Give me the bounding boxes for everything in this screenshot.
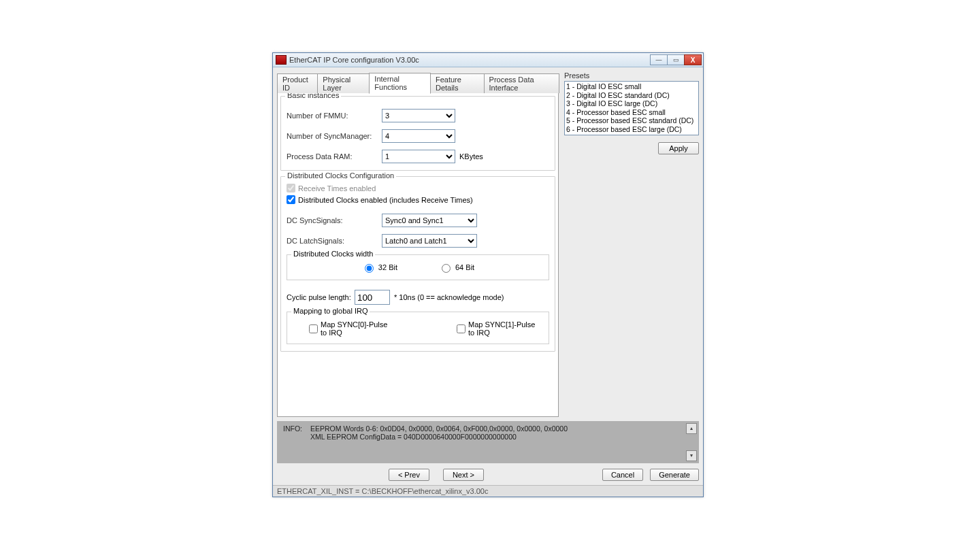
- maximize-button[interactable]: ▭: [667, 54, 685, 65]
- label-cyclic-pulse: Cyclic pulse length:: [287, 293, 355, 301]
- label-receive-times: Receive Times enabled: [298, 184, 376, 193]
- preset-item[interactable]: 2 - Digital IO ESC standard (DC): [566, 91, 697, 100]
- label-process-data-ram: Process Data RAM:: [287, 152, 382, 161]
- label-presets: Presets: [564, 71, 699, 80]
- scroll-down-icon[interactable]: ▾: [686, 450, 697, 461]
- group-basic-instances: Basic instances Number of FMMU: 3 Number…: [280, 96, 555, 171]
- radio-32bit[interactable]: 32 Bit: [361, 262, 397, 273]
- label-dc-enabled: Distributed Clocks enabled (includes Rec…: [298, 196, 473, 204]
- window-title: EtherCAT IP Core configuration V3.00c: [289, 56, 651, 64]
- info-line-1: EEPROM Words 0-6: 0x0D04, 0x0000, 0x0064…: [310, 424, 686, 433]
- legend-irq: Mapping to global IRQ: [291, 307, 370, 315]
- tab-physical-layer[interactable]: Physical Layer: [317, 73, 370, 93]
- label-syncmanager: Number of SyncManager:: [287, 132, 382, 140]
- title-bar: EtherCAT IP Core configuration V3.00c — …: [273, 53, 703, 67]
- radio-64bit[interactable]: 64 Bit: [438, 262, 474, 273]
- app-icon: [276, 55, 287, 65]
- checkbox-receive-times: [287, 184, 295, 193]
- info-line-2: XML EEPROM ConfigData = 040D0000640000F0…: [310, 433, 686, 441]
- select-dc-latch[interactable]: Latch0 and Latch1: [382, 234, 477, 248]
- group-irq-mapping: Mapping to global IRQ Map SYNC[0]-Pulse …: [287, 312, 549, 344]
- preset-item[interactable]: 3 - Digital IO ESC large (DC): [566, 99, 697, 108]
- check-sync0-irq[interactable]: Map SYNC[0]-Pulse to IRQ: [309, 320, 395, 337]
- label-cyclic-suffix: * 10ns (0 == acknowledge mode): [394, 293, 504, 301]
- preset-item[interactable]: 1 - Digital IO ESC small: [566, 82, 697, 91]
- check-receive-times: Receive Times enabled: [287, 184, 549, 193]
- group-dc-config: Distributed Clocks Configuration Receive…: [280, 176, 555, 352]
- checkbox-dc-enabled[interactable]: [287, 195, 295, 204]
- tab-page: Basic instances Number of FMMU: 3 Number…: [277, 93, 559, 417]
- label-dc-latch: DC LatchSignals:: [287, 237, 382, 245]
- presets-panel: Presets 1 - Digital IO ESC small 2 - Dig…: [564, 71, 699, 417]
- generate-button[interactable]: Generate: [650, 469, 699, 481]
- tab-internal-functions[interactable]: Internal Functions: [369, 73, 431, 94]
- check-dc-enabled[interactable]: Distributed Clocks enabled (includes Rec…: [287, 195, 549, 204]
- input-cyclic-pulse[interactable]: [355, 290, 390, 305]
- legend-dc-width: Distributed Clocks width: [291, 250, 375, 258]
- minimize-button[interactable]: —: [650, 54, 668, 65]
- scroll-up-icon[interactable]: ▴: [686, 423, 697, 434]
- check-sync1-irq[interactable]: Map SYNC[1]-Pulse to IRQ: [457, 320, 543, 337]
- select-process-data-ram[interactable]: 1: [382, 150, 455, 163]
- presets-list[interactable]: 1 - Digital IO ESC small 2 - Digital IO …: [564, 81, 699, 135]
- info-panel: INFO: EEPROM Words 0-6: 0x0D04, 0x0000, …: [277, 421, 699, 463]
- next-button[interactable]: Next >: [443, 469, 484, 481]
- legend-dc: Distributed Clocks Configuration: [285, 171, 396, 180]
- group-dc-width: Distributed Clocks width 32 Bit 64 Bit: [287, 254, 549, 280]
- label-dc-sync: DC SyncSignals:: [287, 216, 382, 224]
- close-button[interactable]: X: [684, 54, 702, 65]
- preset-item[interactable]: 6 - Processor based ESC large (DC): [566, 125, 697, 134]
- cancel-button[interactable]: Cancel: [602, 469, 643, 481]
- tab-strip: Product ID Physical Layer Internal Funct…: [277, 72, 559, 93]
- prev-button[interactable]: < Prev: [389, 469, 429, 481]
- select-syncmanager[interactable]: 4: [382, 129, 455, 143]
- app-window: EtherCAT IP Core configuration V3.00c — …: [272, 52, 704, 497]
- preset-item[interactable]: 5 - Processor based ESC standard (DC): [566, 116, 697, 125]
- tab-process-data-interface[interactable]: Process Data Interface: [484, 73, 559, 93]
- tab-product-id[interactable]: Product ID: [277, 73, 318, 93]
- preset-item[interactable]: 4 - Processor based ESC small: [566, 108, 697, 117]
- label-fmmu: Number of FMMU:: [287, 112, 382, 120]
- info-label: INFO:: [283, 424, 310, 441]
- status-bar: ETHERCAT_XIL_INST = C:\BECKHOFF\ethercat…: [273, 485, 703, 497]
- select-dc-sync[interactable]: Sync0 and Sync1: [382, 214, 477, 227]
- label-ram-unit: KBytes: [459, 152, 483, 161]
- tab-feature-details[interactable]: Feature Details: [430, 73, 485, 93]
- footer-buttons: < Prev Next > Cancel Generate: [277, 469, 699, 484]
- select-fmmu[interactable]: 3: [382, 109, 455, 122]
- apply-button[interactable]: Apply: [658, 142, 699, 154]
